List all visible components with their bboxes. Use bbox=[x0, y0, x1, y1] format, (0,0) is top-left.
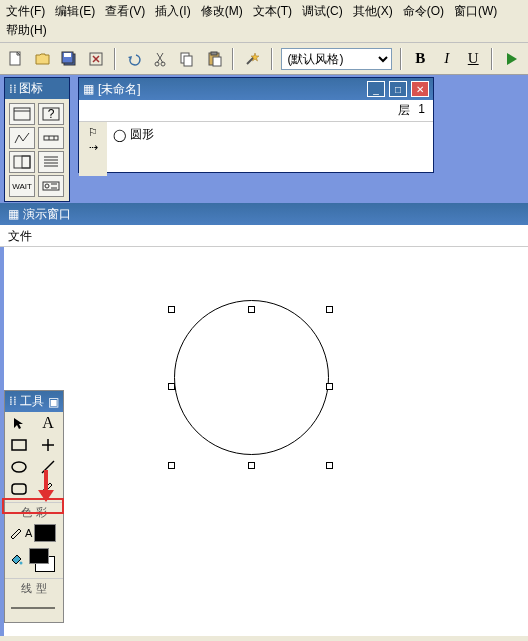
icons-palette: ⁞⁞ 图标 ? WAIT bbox=[4, 77, 70, 202]
text-tool[interactable]: A bbox=[34, 412, 62, 434]
toolbar-separator bbox=[232, 48, 234, 70]
menu-edit[interactable]: 编辑(E) bbox=[55, 3, 95, 20]
handle-se[interactable] bbox=[326, 462, 333, 469]
fill-color-swatch[interactable] bbox=[29, 548, 55, 572]
svg-text:?: ? bbox=[48, 107, 55, 121]
ellipse-tool[interactable] bbox=[5, 456, 33, 478]
close-window-button[interactable]: ✕ bbox=[411, 81, 429, 97]
svg-point-23 bbox=[20, 561, 23, 564]
svg-rect-3 bbox=[64, 53, 71, 57]
palette-tool-7[interactable]: WAIT bbox=[9, 175, 35, 197]
wand-button[interactable] bbox=[242, 48, 263, 70]
demo-menu-file[interactable]: 文件 bbox=[8, 229, 32, 243]
document-tree: ◯ 圆形 bbox=[107, 122, 433, 176]
tools-palette: ⁞⁞ 工具 ▣ A 色 彩 A 线 型 bbox=[4, 390, 64, 623]
minimize-button[interactable]: _ bbox=[367, 81, 385, 97]
menu-view[interactable]: 查看(V) bbox=[105, 3, 145, 20]
menu-text[interactable]: 文本(T) bbox=[253, 3, 292, 20]
menu-other[interactable]: 其他(X) bbox=[353, 3, 393, 20]
handle-e[interactable] bbox=[326, 383, 333, 390]
open-file-button[interactable] bbox=[33, 48, 54, 70]
circle-shape[interactable] bbox=[174, 300, 329, 455]
palette-tool-5[interactable] bbox=[9, 151, 35, 173]
style-select[interactable]: (默认风格) bbox=[281, 48, 392, 70]
demo-window-titlebar[interactable]: ▦ 演示窗口 bbox=[0, 203, 528, 225]
main-toolbar: (默认风格) B I U bbox=[0, 43, 528, 75]
toolbar-separator bbox=[271, 48, 273, 70]
toolbar-separator bbox=[114, 48, 116, 70]
line-style-preview[interactable] bbox=[5, 598, 63, 618]
svg-point-21 bbox=[12, 462, 26, 472]
line-tool[interactable] bbox=[34, 434, 62, 456]
fill-bucket-icon bbox=[9, 552, 23, 569]
main-menu-bar: 文件(F) 编辑(E) 查看(V) 插入(I) 修改(M) 文本(T) 调试(C… bbox=[0, 0, 528, 43]
svg-rect-17 bbox=[22, 156, 30, 168]
pointer-tool[interactable] bbox=[5, 412, 33, 434]
demo-icon: ▦ bbox=[8, 207, 19, 221]
tree-item-circle[interactable]: ◯ 圆形 bbox=[113, 126, 427, 143]
link-icon[interactable]: ⇢ bbox=[89, 141, 98, 154]
palette-tool-2[interactable]: ? bbox=[38, 103, 64, 125]
palette-tool-4[interactable] bbox=[38, 127, 64, 149]
palette-tool-8[interactable] bbox=[38, 175, 64, 197]
bold-button[interactable]: B bbox=[410, 48, 431, 70]
new-file-button[interactable] bbox=[6, 48, 27, 70]
handle-w[interactable] bbox=[168, 383, 175, 390]
toolbar-separator bbox=[400, 48, 402, 70]
palette-tool-6[interactable] bbox=[38, 151, 64, 173]
icons-palette-title: ⁞⁞ 图标 bbox=[5, 78, 69, 99]
pencil-tool[interactable] bbox=[34, 478, 62, 500]
save-all-button[interactable] bbox=[59, 48, 80, 70]
color-section-label: 色 彩 bbox=[5, 502, 63, 522]
document-titlebar[interactable]: ▦ [未命名] _ □ ✕ bbox=[79, 78, 433, 100]
document-window: ▦ [未命名] _ □ ✕ 层 1 ⚐ ⇢ ◯ 圆形 bbox=[78, 77, 434, 173]
demo-menu-bar: 文件 bbox=[0, 225, 528, 247]
line-section-label: 线 型 bbox=[5, 578, 63, 598]
grip-icon: ⁞⁞ bbox=[9, 82, 17, 96]
handle-ne[interactable] bbox=[326, 306, 333, 313]
diagonal-tool[interactable] bbox=[34, 456, 62, 478]
svg-rect-10 bbox=[211, 52, 217, 55]
doc-icon: ▦ bbox=[83, 82, 94, 96]
maximize-button[interactable]: □ bbox=[389, 81, 407, 97]
svg-rect-12 bbox=[14, 108, 30, 120]
handle-sw[interactable] bbox=[168, 462, 175, 469]
handle-n[interactable] bbox=[248, 306, 255, 313]
menu-file[interactable]: 文件(F) bbox=[6, 3, 45, 20]
menu-debug[interactable]: 调试(C) bbox=[302, 3, 343, 20]
menu-insert[interactable]: 插入(I) bbox=[155, 3, 190, 20]
paste-button[interactable] bbox=[204, 48, 225, 70]
flag-icon[interactable]: ⚐ bbox=[88, 126, 98, 139]
palette-tool-3[interactable] bbox=[9, 127, 35, 149]
copy-button[interactable] bbox=[177, 48, 198, 70]
play-button[interactable] bbox=[501, 48, 522, 70]
document-title: [未命名] bbox=[98, 81, 141, 98]
svg-rect-20 bbox=[12, 440, 26, 450]
italic-button[interactable]: I bbox=[436, 48, 457, 70]
menu-window[interactable]: 窗口(W) bbox=[454, 3, 497, 20]
rounded-rect-tool[interactable] bbox=[5, 478, 33, 500]
stroke-pencil-icon bbox=[9, 525, 23, 542]
stroke-text-icon: A bbox=[25, 527, 32, 539]
toolbar-separator bbox=[491, 48, 493, 70]
underline-button[interactable]: U bbox=[463, 48, 484, 70]
svg-rect-22 bbox=[12, 484, 26, 494]
menu-command[interactable]: 命令(O) bbox=[403, 3, 444, 20]
menu-help[interactable]: 帮助(H) bbox=[6, 22, 47, 39]
handle-nw[interactable] bbox=[168, 306, 175, 313]
rectangle-tool[interactable] bbox=[5, 434, 33, 456]
svg-rect-15 bbox=[44, 136, 58, 140]
collapse-icon[interactable]: ▣ bbox=[48, 395, 59, 409]
svg-point-19 bbox=[45, 184, 49, 188]
handle-s[interactable] bbox=[248, 462, 255, 469]
stroke-color-swatch[interactable] bbox=[34, 524, 56, 542]
layer-value: 1 bbox=[418, 102, 425, 119]
doc-sidebar-icons: ⚐ ⇢ bbox=[79, 122, 107, 176]
shape-node-icon: ◯ bbox=[113, 128, 126, 142]
palette-tool-1[interactable] bbox=[9, 103, 35, 125]
svg-rect-8 bbox=[184, 56, 192, 66]
cut-button[interactable] bbox=[151, 48, 172, 70]
menu-modify[interactable]: 修改(M) bbox=[201, 3, 243, 20]
close-button[interactable] bbox=[86, 48, 107, 70]
undo-button[interactable] bbox=[124, 48, 145, 70]
